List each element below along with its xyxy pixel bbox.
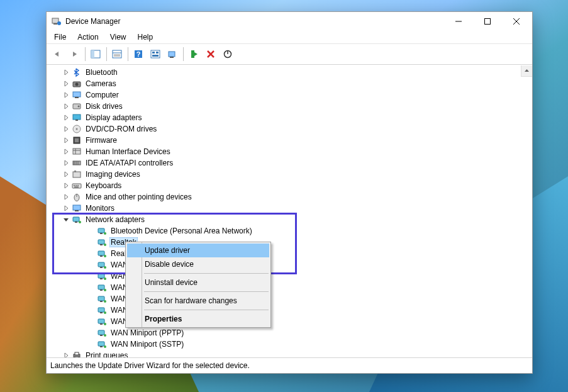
device-tree[interactable]: BluetoothCamerasComputerDisk drivesDispl… xyxy=(47,65,532,357)
svg-rect-27 xyxy=(73,92,81,97)
tree-category[interactable]: Bluetooth xyxy=(49,67,532,78)
chevron-right-icon[interactable] xyxy=(62,68,70,77)
tree-category[interactable]: Disk drives xyxy=(49,101,532,112)
menu-action[interactable]: Action xyxy=(72,32,103,42)
context-menu-item[interactable]: Scan for hardware changes xyxy=(127,294,269,308)
forward-button[interactable] xyxy=(66,46,82,62)
tree-label: Firmware xyxy=(84,136,118,145)
chevron-right-icon[interactable] xyxy=(62,125,70,133)
svg-rect-88 xyxy=(98,342,104,346)
svg-rect-48 xyxy=(75,185,77,186)
svg-rect-50 xyxy=(74,187,79,188)
chevron-right-icon[interactable] xyxy=(62,79,70,88)
tree-category[interactable]: DVD/CD-ROM drives xyxy=(49,123,532,135)
chevron-down-icon[interactable] xyxy=(62,215,70,224)
tree-label: Monitors xyxy=(84,204,116,213)
context-menu-item[interactable]: Properties xyxy=(127,312,269,326)
tree-device[interactable]: WAN M xyxy=(49,293,532,305)
tree-category[interactable]: Imaging devices xyxy=(49,169,532,180)
help-button[interactable]: ? xyxy=(130,46,147,62)
tree-label: IDE ATA/ATAPI controllers xyxy=(84,159,174,167)
show-hide-tree-button[interactable] xyxy=(87,46,104,62)
tree-category[interactable]: Human Interface Devices xyxy=(49,146,532,157)
tree-category[interactable]: Print queues xyxy=(49,350,532,357)
context-menu-item[interactable]: Update driver xyxy=(127,244,269,257)
uninstall-button[interactable] xyxy=(203,46,219,62)
tree-device[interactable]: WAN Miniport (PPTP) xyxy=(49,327,532,339)
update-driver-button[interactable] xyxy=(164,46,181,62)
svg-rect-61 xyxy=(98,240,104,244)
network-adapter-icon xyxy=(97,260,107,270)
scroll-up-button[interactable] xyxy=(521,65,532,77)
svg-point-72 xyxy=(104,277,106,280)
minimize-button[interactable] xyxy=(444,12,473,31)
svg-rect-56 xyxy=(75,221,77,223)
tree-category[interactable]: Monitors xyxy=(49,203,532,214)
tree-device[interactable]: Realtek xyxy=(49,237,532,248)
chevron-right-icon[interactable] xyxy=(62,113,70,122)
tree-device[interactable]: Bluetooth Device (Personal Area Network) xyxy=(49,225,532,237)
context-menu-item[interactable]: Uninstall device xyxy=(127,276,269,289)
chevron-right-icon[interactable] xyxy=(62,136,70,145)
tree-label: Keyboards xyxy=(84,181,123,190)
chevron-right-icon[interactable] xyxy=(62,102,70,111)
svg-rect-73 xyxy=(98,285,104,289)
maximize-button[interactable] xyxy=(473,12,502,31)
tree-device[interactable]: Realtek xyxy=(49,248,532,259)
svg-rect-36 xyxy=(75,138,79,142)
tree-device[interactable]: WAN M xyxy=(49,282,532,293)
menu-file[interactable]: File xyxy=(49,32,71,42)
tree-category[interactable]: Display adapters xyxy=(49,112,532,123)
scan-hardware-button[interactable] xyxy=(147,46,164,62)
chevron-right-icon[interactable] xyxy=(62,193,70,201)
chevron-right-icon[interactable] xyxy=(62,147,70,156)
svg-rect-9 xyxy=(113,50,121,58)
svg-point-60 xyxy=(104,232,106,235)
enable-device-button[interactable] xyxy=(186,46,202,62)
tree-device[interactable]: WAN M xyxy=(49,305,532,316)
tree-category[interactable]: Computer xyxy=(49,89,532,101)
close-button[interactable] xyxy=(502,12,531,31)
ide-icon xyxy=(72,158,82,168)
disk-icon xyxy=(72,101,82,111)
tree-category[interactable]: Cameras xyxy=(49,78,532,89)
chevron-right-icon[interactable] xyxy=(62,351,70,357)
tree-category[interactable]: Mice and other pointing devices xyxy=(49,191,532,203)
tree-category[interactable]: Keyboards xyxy=(49,180,532,191)
tree-device[interactable]: WAN M xyxy=(49,271,532,282)
window-title: Device Manager xyxy=(65,17,120,26)
menu-help[interactable]: Help xyxy=(133,32,159,42)
network-adapter-icon xyxy=(97,237,107,247)
context-menu-item[interactable]: Disable device xyxy=(127,257,269,271)
chevron-right-icon[interactable] xyxy=(62,181,70,190)
tree-category[interactable]: Firmware xyxy=(49,135,532,146)
network-adapter-icon xyxy=(97,328,107,338)
chevron-right-icon[interactable] xyxy=(62,159,70,167)
properties-button[interactable] xyxy=(109,46,125,62)
svg-rect-28 xyxy=(75,97,79,98)
svg-rect-55 xyxy=(73,217,79,221)
tree-category[interactable]: IDE ATA/ATAPI controllers xyxy=(49,157,532,169)
svg-rect-45 xyxy=(74,171,76,172)
tree-label: Display adapters xyxy=(84,113,143,122)
tree-device[interactable]: WAN Miniport (PPPOE) xyxy=(49,316,532,327)
hid-icon xyxy=(72,147,82,157)
tree-device[interactable]: WAN M xyxy=(49,259,532,271)
chevron-right-icon[interactable] xyxy=(62,91,70,99)
toolbar: ? xyxy=(47,44,532,65)
svg-rect-64 xyxy=(98,251,104,255)
chevron-right-icon[interactable] xyxy=(62,170,70,179)
tree-category[interactable]: Network adapters xyxy=(49,214,532,225)
disable-button[interactable] xyxy=(220,46,236,62)
menu-view[interactable]: View xyxy=(105,32,131,42)
tree-device[interactable]: WAN Miniport (SSTP) xyxy=(49,339,532,350)
svg-point-90 xyxy=(104,345,106,348)
svg-rect-67 xyxy=(98,262,104,267)
status-text: Launches the Update Driver Wizard for th… xyxy=(50,361,250,370)
tree-label: Human Interface Devices xyxy=(84,147,172,156)
chevron-right-icon[interactable] xyxy=(62,204,70,213)
back-button[interactable] xyxy=(49,46,65,62)
svg-rect-59 xyxy=(100,233,103,234)
network-adapter-icon xyxy=(97,226,107,236)
svg-rect-15 xyxy=(151,50,160,58)
